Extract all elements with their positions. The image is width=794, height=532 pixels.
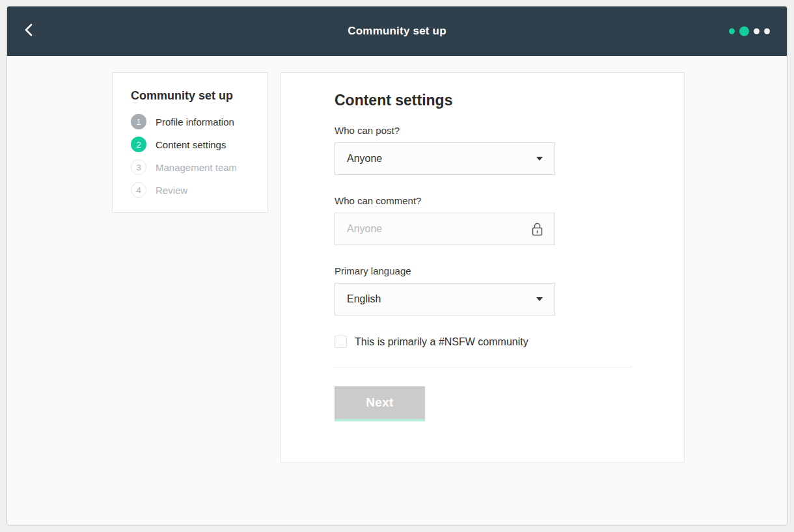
next-button[interactable]: Next: [335, 386, 425, 421]
step-content-settings[interactable]: 2 Content settings: [131, 137, 249, 152]
progress-dot-1: [729, 29, 735, 34]
progress-dot-4: [764, 29, 770, 34]
progress-dot-3: [754, 29, 760, 34]
step-number-badge: 3: [131, 159, 146, 175]
content-settings-card: Content settings Who can post? Anyone Wh…: [281, 72, 685, 462]
who-can-post-select[interactable]: Anyone: [335, 142, 555, 175]
page-title: Community set up: [7, 25, 787, 38]
step-label: Content settings: [156, 139, 226, 150]
primary-language-label: Primary language: [335, 265, 634, 276]
step-review: 4 Review: [131, 182, 249, 198]
who-can-post-label: Who can post?: [335, 125, 634, 136]
setup-stepper-card: Community set up 1 Profile information 2…: [112, 72, 268, 213]
who-can-post-value: Anyone: [347, 153, 536, 165]
stepper-title: Community set up: [131, 89, 249, 103]
step-label: Profile information: [156, 116, 234, 127]
step-number-badge: 1: [131, 114, 146, 129]
progress-dots: [729, 27, 770, 36]
step-number-badge: 2: [131, 137, 146, 152]
who-can-comment-field: Anyone: [335, 213, 555, 245]
nsfw-checkbox-label: This is primarily a #NSFW community: [355, 336, 528, 348]
header-bar: Community set up: [7, 7, 787, 56]
chevron-down-icon: [536, 157, 543, 161]
lock-icon: [532, 222, 543, 236]
chevron-down-icon: [536, 297, 543, 301]
who-can-comment-value: Anyone: [347, 223, 532, 235]
step-label: Review: [156, 185, 187, 196]
form-title: Content settings: [335, 92, 634, 109]
progress-dot-2: [739, 27, 749, 36]
app-window: Community set up Community set up 1 Prof…: [7, 6, 787, 525]
step-profile-information[interactable]: 1 Profile information: [131, 114, 249, 129]
who-can-comment-label: Who can comment?: [335, 195, 634, 206]
nsfw-checkbox[interactable]: [335, 336, 347, 348]
step-number-badge: 4: [131, 182, 146, 198]
primary-language-value: English: [347, 293, 536, 305]
step-management-team: 3 Management team: [131, 159, 249, 175]
form-divider: [335, 367, 633, 367]
primary-language-select[interactable]: English: [335, 283, 555, 315]
nsfw-checkbox-row: This is primarily a #NSFW community: [335, 336, 634, 348]
step-label: Management team: [156, 162, 237, 173]
